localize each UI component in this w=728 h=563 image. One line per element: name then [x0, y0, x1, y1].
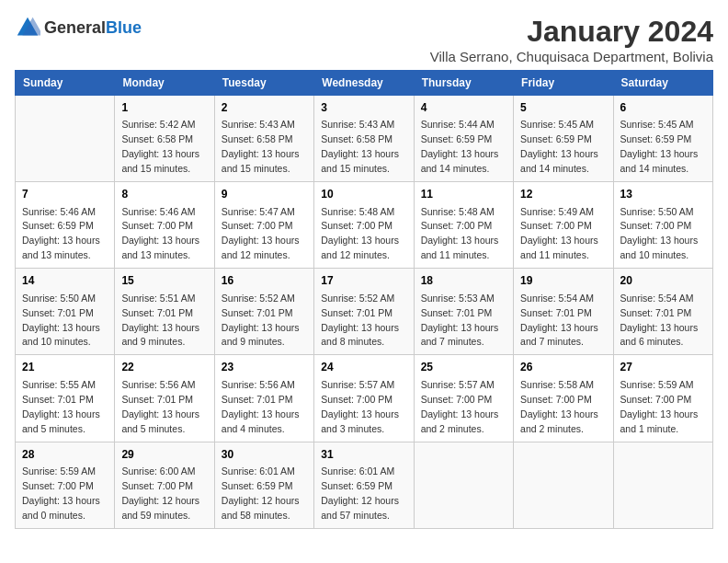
subtitle: Villa Serrano, Chuquisaca Department, Bo… [430, 49, 713, 64]
day-info: Sunrise: 5:56 AM Sunset: 7:01 PM Dayligh… [222, 379, 300, 434]
calendar-cell: 2Sunrise: 5:43 AM Sunset: 6:58 PM Daylig… [214, 96, 313, 182]
title-area: January 2024 Villa Serrano, Chuquisaca D… [430, 15, 713, 64]
header-row: SundayMondayTuesdayWednesdayThursdayFrid… [16, 71, 713, 96]
day-info: Sunrise: 5:47 AM Sunset: 7:00 PM Dayligh… [222, 206, 300, 261]
day-number: 4 [421, 100, 506, 116]
day-info: Sunrise: 6:00 AM Sunset: 7:00 PM Dayligh… [121, 465, 199, 521]
day-info: Sunrise: 5:59 AM Sunset: 7:00 PM Dayligh… [620, 379, 699, 434]
calendar-cell: 19Sunrise: 5:54 AM Sunset: 7:01 PM Dayli… [514, 269, 613, 355]
header-cell-wednesday: Wednesday [314, 71, 414, 96]
day-number: 15 [121, 273, 207, 289]
calendar-cell [414, 442, 513, 528]
day-number: 5 [520, 100, 606, 116]
calendar-cell: 22Sunrise: 5:56 AM Sunset: 7:01 PM Dayli… [115, 355, 214, 442]
day-number: 10 [321, 187, 406, 202]
day-info: Sunrise: 5:59 AM Sunset: 7:00 PM Dayligh… [22, 465, 100, 521]
day-info: Sunrise: 5:45 AM Sunset: 6:59 PM Dayligh… [620, 119, 699, 174]
calendar-cell: 30Sunrise: 6:01 AM Sunset: 6:59 PM Dayli… [214, 442, 313, 528]
day-info: Sunrise: 5:52 AM Sunset: 7:01 PM Dayligh… [222, 293, 300, 348]
day-number: 13 [620, 187, 706, 202]
calendar-cell: 12Sunrise: 5:49 AM Sunset: 7:00 PM Dayli… [514, 182, 613, 269]
main-title: January 2024 [430, 15, 713, 49]
day-info: Sunrise: 5:48 AM Sunset: 7:00 PM Dayligh… [421, 206, 499, 261]
day-info: Sunrise: 5:44 AM Sunset: 6:59 PM Dayligh… [421, 119, 499, 174]
day-info: Sunrise: 5:58 AM Sunset: 7:00 PM Dayligh… [520, 379, 598, 434]
day-number: 26 [520, 360, 606, 375]
day-number: 22 [121, 360, 207, 375]
calendar-cell: 9Sunrise: 5:47 AM Sunset: 7:00 PM Daylig… [214, 182, 313, 269]
calendar-table: SundayMondayTuesdayWednesdayThursdayFrid… [15, 70, 713, 529]
calendar-cell: 28Sunrise: 5:59 AM Sunset: 7:00 PM Dayli… [16, 442, 115, 528]
calendar-cell [16, 96, 115, 182]
day-number: 29 [121, 447, 207, 463]
day-number: 24 [321, 360, 406, 375]
logo: GeneralBlue [15, 15, 142, 40]
day-number: 27 [620, 360, 706, 375]
calendar-cell: 4Sunrise: 5:44 AM Sunset: 6:59 PM Daylig… [414, 96, 513, 182]
header: GeneralBlue January 2024 Villa Serrano, … [15, 15, 713, 64]
day-info: Sunrise: 5:49 AM Sunset: 7:00 PM Dayligh… [520, 206, 598, 261]
calendar-cell: 14Sunrise: 5:50 AM Sunset: 7:01 PM Dayli… [16, 269, 115, 355]
day-info: Sunrise: 5:43 AM Sunset: 6:58 PM Dayligh… [222, 119, 300, 174]
day-info: Sunrise: 5:54 AM Sunset: 7:01 PM Dayligh… [620, 293, 699, 348]
week-row-4: 28Sunrise: 5:59 AM Sunset: 7:00 PM Dayli… [16, 442, 713, 528]
calendar-cell: 5Sunrise: 5:45 AM Sunset: 6:59 PM Daylig… [514, 96, 613, 182]
calendar-cell: 11Sunrise: 5:48 AM Sunset: 7:00 PM Dayli… [414, 182, 513, 269]
day-number: 12 [520, 187, 606, 202]
calendar-cell: 17Sunrise: 5:52 AM Sunset: 7:01 PM Dayli… [314, 269, 414, 355]
calendar-cell: 3Sunrise: 5:43 AM Sunset: 6:58 PM Daylig… [314, 96, 414, 182]
day-info: Sunrise: 5:55 AM Sunset: 7:01 PM Dayligh… [22, 379, 100, 434]
day-info: Sunrise: 5:52 AM Sunset: 7:01 PM Dayligh… [321, 293, 399, 348]
calendar-cell [514, 442, 613, 528]
day-number: 28 [22, 447, 108, 463]
day-info: Sunrise: 5:46 AM Sunset: 6:59 PM Dayligh… [22, 206, 100, 261]
day-number: 30 [222, 447, 307, 463]
day-info: Sunrise: 5:43 AM Sunset: 6:58 PM Dayligh… [321, 119, 399, 174]
day-info: Sunrise: 5:54 AM Sunset: 7:01 PM Dayligh… [520, 293, 598, 348]
header-cell-sunday: Sunday [16, 71, 115, 96]
calendar-cell: 25Sunrise: 5:57 AM Sunset: 7:00 PM Dayli… [414, 355, 513, 442]
day-number: 11 [421, 187, 506, 202]
calendar-cell: 18Sunrise: 5:53 AM Sunset: 7:01 PM Dayli… [414, 269, 513, 355]
calendar-cell: 7Sunrise: 5:46 AM Sunset: 6:59 PM Daylig… [16, 182, 115, 269]
day-info: Sunrise: 5:50 AM Sunset: 7:01 PM Dayligh… [22, 293, 100, 348]
day-number: 3 [321, 100, 406, 116]
day-info: Sunrise: 5:56 AM Sunset: 7:01 PM Dayligh… [121, 379, 199, 434]
day-number: 31 [321, 447, 406, 463]
day-number: 2 [222, 100, 307, 116]
calendar-cell: 26Sunrise: 5:58 AM Sunset: 7:00 PM Dayli… [514, 355, 613, 442]
day-number: 18 [421, 273, 506, 289]
day-number: 14 [22, 273, 108, 289]
calendar-cell: 10Sunrise: 5:48 AM Sunset: 7:00 PM Dayli… [314, 182, 414, 269]
header-cell-tuesday: Tuesday [214, 71, 313, 96]
calendar-cell: 24Sunrise: 5:57 AM Sunset: 7:00 PM Dayli… [314, 355, 414, 442]
day-number: 19 [520, 273, 606, 289]
calendar-cell: 8Sunrise: 5:46 AM Sunset: 7:00 PM Daylig… [115, 182, 214, 269]
day-number: 23 [222, 360, 307, 375]
header-cell-monday: Monday [115, 71, 214, 96]
calendar-cell: 6Sunrise: 5:45 AM Sunset: 6:59 PM Daylig… [613, 96, 712, 182]
calendar-cell [613, 442, 712, 528]
calendar-cell: 15Sunrise: 5:51 AM Sunset: 7:01 PM Dayli… [115, 269, 214, 355]
day-info: Sunrise: 5:46 AM Sunset: 7:00 PM Dayligh… [121, 206, 199, 261]
week-row-2: 14Sunrise: 5:50 AM Sunset: 7:01 PM Dayli… [16, 269, 713, 355]
logo-icon [15, 15, 40, 40]
header-cell-thursday: Thursday [414, 71, 513, 96]
day-number: 1 [121, 100, 207, 116]
calendar-cell: 21Sunrise: 5:55 AM Sunset: 7:01 PM Dayli… [16, 355, 115, 442]
calendar-cell: 16Sunrise: 5:52 AM Sunset: 7:01 PM Dayli… [214, 269, 313, 355]
day-number: 17 [321, 273, 406, 289]
logo-blue: Blue [106, 18, 142, 37]
day-number: 25 [421, 360, 506, 375]
day-info: Sunrise: 6:01 AM Sunset: 6:59 PM Dayligh… [321, 465, 399, 521]
calendar-cell: 31Sunrise: 6:01 AM Sunset: 6:59 PM Dayli… [314, 442, 414, 528]
day-number: 21 [22, 360, 108, 375]
day-info: Sunrise: 6:01 AM Sunset: 6:59 PM Dayligh… [222, 465, 300, 521]
calendar-cell: 20Sunrise: 5:54 AM Sunset: 7:01 PM Dayli… [613, 269, 712, 355]
week-row-1: 7Sunrise: 5:46 AM Sunset: 6:59 PM Daylig… [16, 182, 713, 269]
day-info: Sunrise: 5:57 AM Sunset: 7:00 PM Dayligh… [421, 379, 499, 434]
day-number: 6 [620, 100, 706, 116]
day-info: Sunrise: 5:42 AM Sunset: 6:58 PM Dayligh… [121, 119, 199, 174]
header-cell-saturday: Saturday [613, 71, 712, 96]
day-number: 16 [222, 273, 307, 289]
